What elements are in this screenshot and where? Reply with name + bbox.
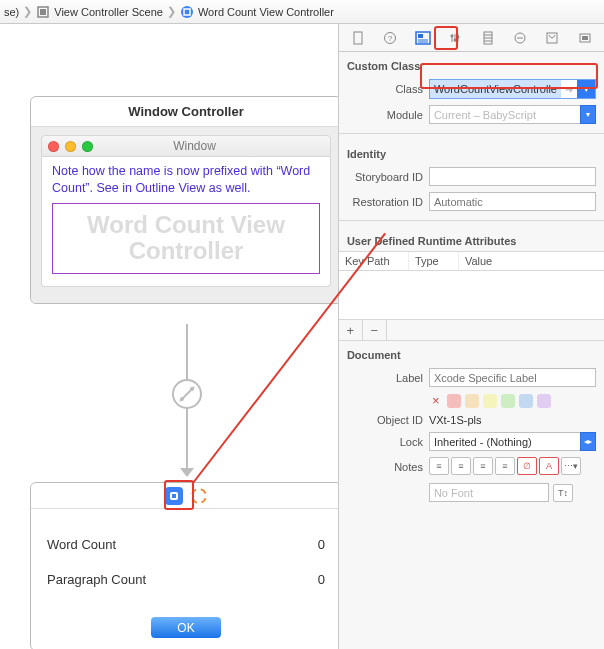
identity-inspector-tab-icon[interactable] <box>414 29 432 47</box>
label-color-swatch[interactable] <box>447 394 461 408</box>
quick-help-tab-icon[interactable]: ? <box>381 29 399 47</box>
storyboard-id-label: Storyboard ID <box>347 171 423 183</box>
udra-col-keypath[interactable]: Key Path <box>339 252 409 270</box>
label-color-swatch[interactable] <box>501 394 515 408</box>
udra-col-type[interactable]: Type <box>409 252 459 270</box>
svg-point-18 <box>454 38 457 41</box>
lock-popup[interactable]: Inherited - (Nothing) ◂▸ <box>429 432 596 451</box>
strike-icon[interactable]: ∅ <box>517 457 537 475</box>
storyboard-canvas[interactable]: Window Controller Window Note how the na… <box>0 24 338 649</box>
svg-point-19 <box>457 35 460 38</box>
class-value[interactable]: WordCountViewControlle <box>430 80 561 98</box>
svg-rect-11 <box>418 34 423 38</box>
stat-label: Word Count <box>47 537 116 552</box>
restoration-id-label: Restoration ID <box>347 196 423 208</box>
segue-arrowhead-icon <box>180 468 194 477</box>
restoration-id-input[interactable] <box>429 192 596 211</box>
file-inspector-tab-icon[interactable] <box>349 29 367 47</box>
class-combobox[interactable]: WordCountViewControlle ➜ ▾ <box>429 79 596 99</box>
lock-value: Inherited - (Nothing) <box>429 432 580 451</box>
chevron-icon: ❯ <box>23 5 32 18</box>
annotation-note: Note how the name is now prefixed with “… <box>52 163 320 197</box>
udra-table-body[interactable] <box>339 271 604 319</box>
udra-add-remove: + − <box>339 319 604 341</box>
storyboard-scene-icon <box>36 5 50 19</box>
notes-label: Notes <box>347 461 423 473</box>
window-controller-title: Window Controller <box>31 97 338 127</box>
remove-attribute-button[interactable]: − <box>363 320 387 340</box>
svg-point-5 <box>180 397 184 401</box>
class-label: Class <box>347 83 423 95</box>
notes-format-bar: ≡ ≡ ≡ ≡ ∅ A ⋯▾ <box>429 457 596 477</box>
inspector-tab-bar: ? <box>339 24 604 52</box>
stat-label: Paragraph Count <box>47 572 146 587</box>
align-center-icon[interactable]: ≡ <box>451 457 471 475</box>
ok-button[interactable]: OK <box>151 617 221 638</box>
first-responder-icon[interactable] <box>189 485 210 506</box>
more-format-icon[interactable]: ⋯▾ <box>561 457 581 475</box>
udra-col-value[interactable]: Value <box>459 252 604 270</box>
breadcrumb-partial: se) <box>4 6 19 18</box>
stat-value: 0 <box>318 537 325 552</box>
align-justify-icon[interactable]: ≡ <box>495 457 515 475</box>
label-color-swatch[interactable] <box>537 394 551 408</box>
section-custom-class: Custom Class <box>339 52 604 76</box>
label-color-swatch[interactable] <box>519 394 533 408</box>
object-id-value: VXt-1S-pls <box>429 414 596 426</box>
view-controller-object[interactable]: Word Count 0 Paragraph Count 0 OK <box>30 482 338 649</box>
svg-rect-7 <box>354 32 362 44</box>
doc-label-input[interactable] <box>429 368 596 387</box>
attributes-inspector-tab-icon[interactable] <box>446 29 464 47</box>
module-value: Current – BabyScript <box>429 105 580 124</box>
udra-header-row: Key Path Type Value <box>339 251 604 271</box>
window-titlebar: Window <box>41 135 331 157</box>
section-identity: Identity <box>339 140 604 164</box>
align-left-icon[interactable]: ≡ <box>429 457 449 475</box>
font-panel-icon[interactable]: A <box>539 457 559 475</box>
dropdown-arrow-icon[interactable]: ▾ <box>577 80 595 98</box>
effects-inspector-tab-icon[interactable] <box>576 29 594 47</box>
svg-point-17 <box>451 34 454 37</box>
module-popup[interactable]: Current – BabyScript ▾ <box>429 105 596 124</box>
view-controller-icon <box>180 5 194 19</box>
svg-text:?: ? <box>388 34 393 43</box>
window-controller-object[interactable]: Window Controller Window Note how the na… <box>30 96 338 304</box>
size-inspector-tab-icon[interactable] <box>479 29 497 47</box>
scene-dock <box>31 483 338 509</box>
view-controller-badge-icon[interactable] <box>165 487 183 505</box>
doc-label-label: Label <box>347 372 423 384</box>
window-title: Window <box>59 139 330 153</box>
section-document: Document <box>339 341 604 365</box>
breadcrumb-item-controller[interactable]: Word Count View Controller <box>198 6 334 18</box>
section-udra: User Defined Runtime Attributes <box>339 227 604 251</box>
dropdown-arrow-icon[interactable]: ▾ <box>580 105 596 124</box>
svg-rect-1 <box>40 9 46 15</box>
svg-point-6 <box>190 387 194 391</box>
svg-point-2 <box>181 6 193 18</box>
breadcrumb-item-scene[interactable]: View Controller Scene <box>54 6 163 18</box>
label-color-swatch[interactable] <box>465 394 479 408</box>
svg-rect-27 <box>582 36 588 40</box>
connections-inspector-tab-icon[interactable] <box>511 29 529 47</box>
lock-label: Lock <box>347 436 423 448</box>
content-placeholder-label: Word Count View Controller <box>52 203 320 274</box>
font-picker-icon[interactable]: T↕ <box>553 484 573 502</box>
add-attribute-button[interactable]: + <box>339 320 363 340</box>
breadcrumb-bar: se) ❯ View Controller Scene ❯ Word Count… <box>0 0 604 24</box>
traffic-light-close-icon[interactable] <box>48 141 59 152</box>
bindings-inspector-tab-icon[interactable] <box>543 29 561 47</box>
dropdown-arrow-icon[interactable]: ◂▸ <box>580 432 596 451</box>
stat-row: Paragraph Count 0 <box>47 562 325 597</box>
stat-value: 0 <box>318 572 325 587</box>
align-right-icon[interactable]: ≡ <box>473 457 493 475</box>
segue-icon[interactable] <box>172 379 202 409</box>
label-color-swatches: × <box>429 393 596 408</box>
label-color-swatch[interactable] <box>483 394 497 408</box>
module-label: Module <box>347 109 423 121</box>
notes-font-field[interactable]: No Font <box>429 483 549 502</box>
stat-row: Word Count 0 <box>47 527 325 562</box>
object-id-label: Object ID <box>347 414 423 426</box>
storyboard-id-input[interactable] <box>429 167 596 186</box>
clear-label-color-icon[interactable]: × <box>429 393 443 408</box>
jump-to-class-icon[interactable]: ➜ <box>561 80 577 98</box>
